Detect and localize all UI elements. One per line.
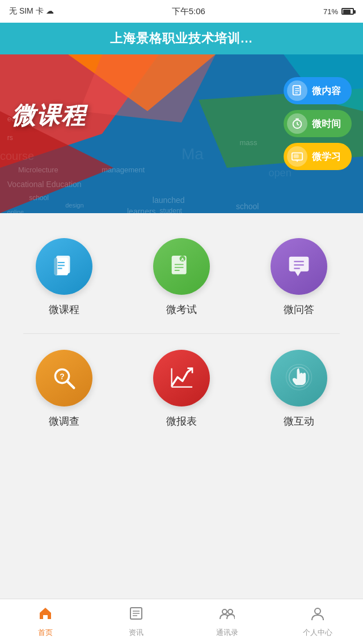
report-label: 微报表 (166, 414, 197, 428)
grid-item-exam[interactable]: A 微考试 (123, 224, 240, 328)
report-icon-circle (153, 350, 210, 406)
grid-item-interact[interactable]: 微互动 (240, 336, 357, 439)
time-icon (287, 113, 307, 134)
grid-item-course[interactable]: 微课程 (6, 224, 123, 328)
grid-item-survey[interactable]: ? 微调查 (6, 336, 123, 439)
banner: ection rs course Microlecture Vocational… (0, 54, 363, 213)
grid-item-report[interactable]: 微报表 (123, 336, 240, 439)
course-icon-circle (36, 238, 92, 295)
survey-icon-circle: ? (36, 350, 92, 406)
badge-content[interactable]: 微内容 (284, 77, 352, 104)
grid-item-qa[interactable]: 微问答 (240, 224, 357, 328)
badge-time-label: 微时间 (312, 117, 341, 130)
status-left: 无 SIM 卡 ☁ (9, 6, 54, 16)
course-label: 微课程 (49, 303, 79, 316)
svg-text:?: ? (60, 372, 65, 381)
profile-icon (310, 605, 326, 625)
grid-row-2: ? 微调查 微报表 (6, 336, 357, 439)
grid-divider (23, 333, 340, 334)
sim-text: 无 SIM 卡 ☁ (9, 6, 54, 16)
banner-title: 微课程 (11, 100, 86, 132)
news-icon (128, 605, 144, 625)
survey-label: 微调查 (49, 414, 79, 428)
banner-badges: 微内容 微时间 微学习 (284, 77, 352, 170)
app-header: 上海景格职业技术培训... (0, 23, 363, 54)
svg-point-47 (228, 609, 233, 614)
svg-point-48 (315, 608, 320, 614)
exam-icon-circle: A (153, 238, 210, 295)
tab-news[interactable]: 资讯 (91, 599, 182, 644)
svg-rect-19 (294, 155, 298, 158)
interact-icon-circle (271, 350, 327, 406)
badge-study[interactable]: 微学习 (284, 143, 352, 170)
qa-icon-circle (271, 238, 327, 295)
study-icon (287, 146, 307, 167)
tab-home-label: 首页 (38, 628, 53, 638)
content-icon (287, 80, 307, 101)
badge-content-label: 微内容 (312, 84, 341, 98)
app-title: 上海景格职业技术培训... (110, 30, 252, 47)
tab-news-label: 资讯 (129, 628, 143, 638)
tab-contacts[interactable]: 通讯录 (182, 599, 272, 644)
svg-line-36 (67, 381, 74, 388)
badge-time[interactable]: 微时间 (284, 110, 352, 137)
svg-rect-8 (293, 86, 301, 95)
svg-line-14 (297, 124, 299, 125)
svg-point-46 (222, 609, 227, 614)
contacts-icon (219, 605, 235, 625)
tab-profile[interactable]: 个人中心 (272, 599, 363, 644)
tab-home[interactable]: 首页 (0, 599, 91, 644)
tab-profile-label: 个人中心 (303, 628, 332, 638)
status-right: 71% (323, 7, 354, 16)
svg-rect-25 (54, 257, 57, 275)
grid-row-1: 微课程 A 微考试 (6, 224, 357, 328)
main-content: 微课程 A 微考试 (0, 213, 363, 456)
status-time: 下午5:06 (172, 6, 205, 17)
battery-icon (341, 8, 354, 15)
home-icon (37, 605, 53, 625)
tab-bar: 首页 资讯 通讯录 (0, 599, 363, 644)
status-bar: 无 SIM 卡 ☁ 下午5:06 71% (0, 0, 363, 23)
svg-text:A: A (181, 257, 184, 262)
exam-label: 微考试 (166, 303, 197, 316)
badge-study-label: 微学习 (312, 150, 341, 163)
tab-contacts-label: 通讯录 (216, 628, 238, 638)
interact-label: 微互动 (284, 414, 314, 428)
battery-percent: 71% (323, 7, 338, 16)
qa-label: 微问答 (284, 303, 314, 316)
